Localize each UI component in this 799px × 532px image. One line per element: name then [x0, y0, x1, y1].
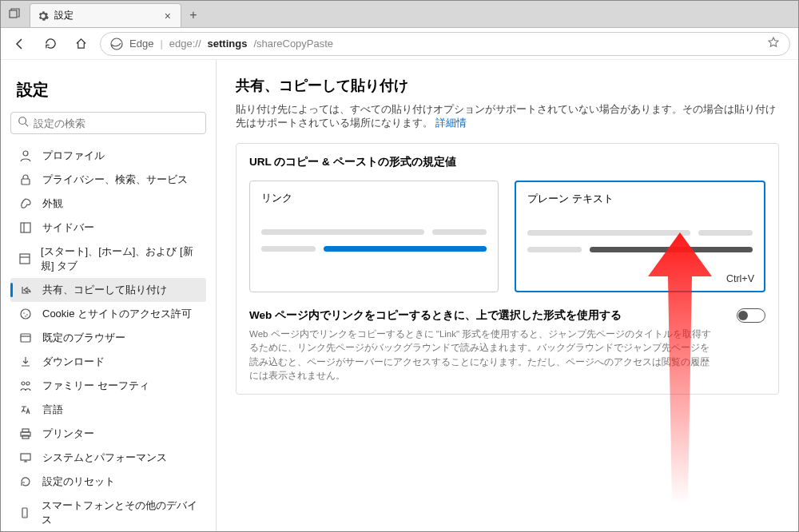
- new-tab-button[interactable]: +: [181, 3, 205, 27]
- sidebar-item-label: ダウンロード: [42, 355, 105, 369]
- sidebar-item-label: システムとパフォーマンス: [42, 451, 167, 465]
- shortcut-label: Ctrl+V: [726, 273, 754, 284]
- search-input[interactable]: [34, 117, 199, 129]
- svg-rect-4: [22, 179, 30, 185]
- sidebar-item-profile[interactable]: プロファイル: [10, 144, 206, 168]
- family-icon: [18, 379, 33, 393]
- phone-icon: [18, 506, 32, 520]
- sidebar-item-label: プリンター: [42, 427, 94, 441]
- format-card-plaintext[interactable]: プレーン テキスト Ctrl+V: [515, 181, 765, 292]
- search-icon: [18, 116, 29, 130]
- sidebar-item-sidebar[interactable]: サイドバー: [10, 216, 206, 240]
- sub-title: Web ページ内でリンクをコピーするときに、上で選択した形式を使用する: [249, 308, 765, 323]
- sidebar-item-start[interactable]: [スタート]、[ホーム]、および [新規] タブ: [10, 240, 206, 278]
- system-icon: [18, 451, 33, 465]
- sub-description: Web ページ内でリンクをコピーするときに "Link" 形式を使用すると、ジャ…: [249, 328, 765, 383]
- svg-rect-19: [22, 435, 29, 439]
- refresh-button[interactable]: [39, 33, 62, 55]
- sidebar-item-share[interactable]: 共有、コピーして貼り付け: [10, 278, 206, 302]
- svg-point-3: [23, 151, 28, 156]
- cookie-icon: [18, 307, 33, 321]
- sidebar-item-appearance[interactable]: 外観: [10, 192, 206, 216]
- sidebar-item-family[interactable]: ファミリー セーフティ: [10, 374, 206, 398]
- favorite-icon[interactable]: [767, 36, 780, 51]
- settings-sidebar: 設定 プロファイルプライバシー、検索、サービス外観サイドバー[スタート]、[ホー…: [1, 60, 217, 532]
- sidebar-item-download[interactable]: ダウンロード: [10, 350, 206, 374]
- reset-icon: [18, 474, 33, 489]
- sidebar-item-language[interactable]: 言語: [10, 398, 206, 422]
- svg-point-10: [23, 312, 25, 314]
- svg-point-9: [21, 309, 30, 319]
- page-title: 共有、コピーして貼り付け: [236, 76, 779, 95]
- toggle-knob: [738, 311, 748, 320]
- svg-rect-7: [20, 254, 30, 264]
- back-button[interactable]: [9, 33, 31, 55]
- home-button[interactable]: [70, 33, 92, 55]
- close-icon[interactable]: ×: [161, 10, 174, 22]
- separator: |: [160, 38, 162, 50]
- sidebar-icon: [18, 220, 33, 235]
- browser-toolbar: Edge | edge://settings/shareCopyPaste: [1, 28, 798, 60]
- appearance-icon: [18, 197, 33, 211]
- sidebar-item-label: 既定のブラウザー: [42, 331, 125, 345]
- tab-bar: 設定 × +: [1, 1, 798, 28]
- sidebar-item-label: Cookie とサイトのアクセス許可: [42, 307, 192, 321]
- sidebar-item-label: プロファイル: [42, 149, 105, 163]
- lock-icon: [18, 173, 33, 187]
- browser-icon: [18, 331, 33, 345]
- language-icon: [18, 403, 33, 417]
- svg-rect-0: [10, 10, 17, 18]
- share-icon: [18, 283, 33, 297]
- tab-title: 設定: [54, 9, 157, 22]
- sidebar-item-label: ファミリー セーフティ: [42, 379, 149, 393]
- sidebar-item-label: [スタート]、[ホーム]、および [新規] タブ: [41, 244, 198, 273]
- url-scheme: edge://: [169, 38, 201, 50]
- sidebar-item-label: サイドバー: [42, 220, 94, 235]
- sidebar-item-printer[interactable]: プリンター: [10, 422, 206, 446]
- window-tabs-icon[interactable]: [1, 0, 28, 27]
- sidebar-heading: 設定: [17, 79, 206, 101]
- svg-point-2: [19, 117, 26, 125]
- svg-point-12: [25, 316, 26, 317]
- sidebar-item-label: スマートフォンとその他のデバイス: [42, 498, 198, 527]
- settings-search[interactable]: [10, 112, 206, 134]
- start-icon: [18, 252, 31, 266]
- edge-logo-icon: [110, 38, 123, 50]
- sidebar-item-reset[interactable]: 設定のリセット: [10, 470, 206, 494]
- browser-label: Edge: [129, 38, 153, 50]
- svg-point-15: [22, 382, 25, 385]
- preview-bars: [527, 230, 753, 252]
- sidebar-item-lock[interactable]: プライバシー、検索、サービス: [10, 168, 206, 192]
- svg-rect-20: [21, 454, 30, 460]
- svg-rect-5: [21, 223, 30, 232]
- format-card-link[interactable]: リンク: [249, 181, 499, 292]
- sidebar-item-label: 外観: [42, 197, 63, 211]
- card-title: プレーン テキスト: [527, 192, 753, 206]
- format-section: URL のコピー & ペーストの形式の規定値 リンク プレーン テキスト Ctr: [236, 143, 779, 395]
- url-path: /shareCopyPaste: [253, 38, 333, 50]
- use-format-subsection: Web ページ内でリンクをコピーするときに、上で選択した形式を使用する Web …: [249, 308, 765, 383]
- nav-list: プロファイルプライバシー、検索、サービス外観サイドバー[スタート]、[ホーム]、…: [10, 144, 206, 532]
- preview-bars: [261, 229, 487, 252]
- sidebar-item-system[interactable]: システムとパフォーマンス: [10, 446, 206, 470]
- sidebar-item-cookie[interactable]: Cookie とサイトのアクセス許可: [10, 302, 206, 326]
- sidebar-item-phone[interactable]: スマートフォンとその他のデバイス: [10, 494, 206, 532]
- page-description: 貼り付け先によっては、すべての貼り付けオプションがサポートされていない場合があり…: [236, 103, 779, 130]
- svg-rect-13: [21, 334, 30, 342]
- sidebar-item-label: 言語: [42, 403, 63, 417]
- sidebar-item-label: 共有、コピーして貼り付け: [42, 283, 167, 297]
- toggle-switch[interactable]: [737, 308, 765, 323]
- sidebar-item-label: プライバシー、検索、サービス: [42, 173, 188, 187]
- url-host: settings: [208, 38, 248, 50]
- address-bar[interactable]: Edge | edge://settings/shareCopyPaste: [100, 32, 790, 56]
- profile-icon: [18, 149, 33, 163]
- details-link[interactable]: 詳細情: [435, 117, 467, 129]
- svg-point-16: [26, 382, 30, 385]
- sidebar-item-browser[interactable]: 既定のブラウザー: [10, 326, 206, 350]
- sidebar-item-label: 設定のリセット: [42, 474, 115, 489]
- download-icon: [18, 355, 33, 369]
- format-section-title: URL のコピー & ペーストの形式の規定値: [249, 155, 765, 169]
- gear-icon: [37, 10, 50, 22]
- svg-point-22: [25, 515, 26, 516]
- browser-tab[interactable]: 設定 ×: [30, 3, 181, 27]
